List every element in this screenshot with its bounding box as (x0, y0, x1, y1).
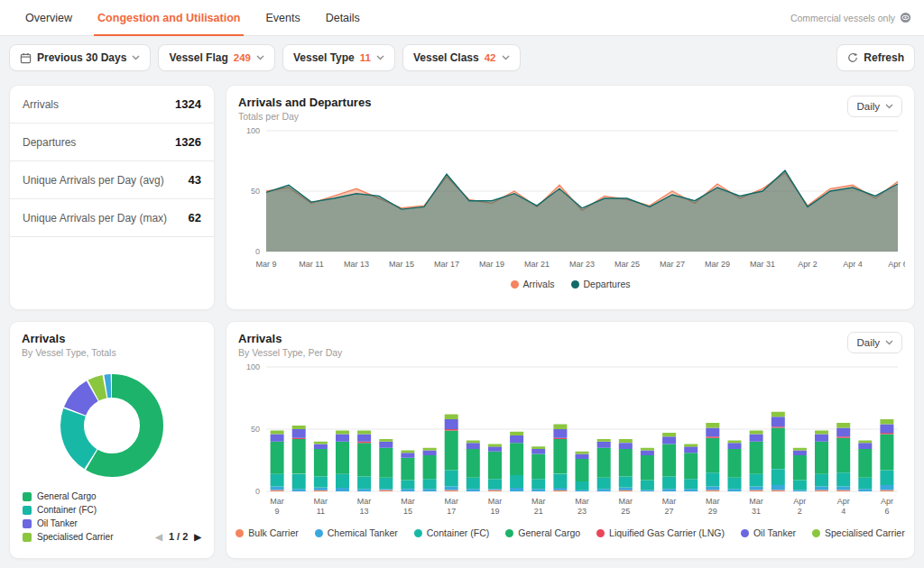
top-nav: Overview Congestion and Utilisation Even… (0, 0, 924, 36)
vessel-type-filter[interactable]: Vessel Type 11 (282, 44, 395, 71)
interval-select[interactable]: Daily (847, 96, 902, 117)
svg-text:Mar31: Mar31 (749, 497, 763, 516)
stat-value: 1326 (175, 135, 201, 149)
chevron-down-icon (502, 55, 510, 60)
refresh-button[interactable]: Refresh (836, 44, 915, 71)
donut-pager: ◀ 1 / 2 ▶ (155, 531, 201, 542)
card-subtitle: By Vessel Type, Totals (22, 347, 116, 358)
tab-congestion-and-utilisation[interactable]: Congestion and Utilisation (85, 0, 253, 35)
date-range-filter[interactable]: Previous 30 Days (9, 44, 151, 71)
legend-item: Bulk Carrier (236, 527, 298, 538)
tab-events[interactable]: Events (253, 0, 312, 35)
card-subtitle: By Vessel Type, Per Day (238, 347, 342, 358)
legend-swatch (23, 519, 32, 528)
arrivals-departures-card: Arrivals and Departures Totals per Day D… (226, 85, 915, 310)
svg-text:Mar23: Mar23 (575, 497, 589, 516)
stat-unique-arrivals-avg: Unique Arrivals per Day (avg) 43 (10, 161, 214, 199)
svg-text:Mar 17: Mar 17 (434, 260, 459, 269)
vessel-type-count-badge: 11 (360, 52, 371, 63)
legend-item: Oil Tanker (23, 518, 113, 528)
arrivals-by-type-card: Arrivals By Vessel Type, Per Day Daily 0… (226, 321, 915, 559)
svg-text:Mar21: Mar21 (531, 497, 546, 516)
pager-label: 1 / 2 (169, 531, 188, 542)
svg-text:Mar11: Mar11 (314, 497, 328, 516)
svg-text:Mar15: Mar15 (401, 497, 415, 516)
svg-text:Mar 11: Mar 11 (299, 260, 323, 269)
interval-label: Daily (856, 101, 880, 112)
svg-text:Mar29: Mar29 (706, 497, 720, 516)
summary-stats-card: Arrivals 1324 Departures 1326 Unique Arr… (9, 85, 215, 310)
svg-text:50: 50 (251, 425, 260, 434)
legend-label: Chemical Tanker (328, 527, 398, 538)
svg-text:Mar17: Mar17 (444, 497, 458, 516)
legend-swatch (741, 529, 749, 537)
svg-text:Mar 29: Mar 29 (705, 260, 730, 269)
filter-bar: Previous 30 Days Vessel Flag 249 Vessel … (0, 36, 924, 79)
svg-text:Mar13: Mar13 (357, 497, 372, 516)
legend-item: Container (FC) (23, 505, 113, 515)
refresh-icon (847, 52, 858, 63)
stat-label: Departures (23, 136, 76, 149)
donut-chart (10, 360, 214, 490)
svg-text:Apr2: Apr2 (793, 497, 806, 516)
tab-bar: Overview Congestion and Utilisation Even… (13, 0, 373, 35)
svg-text:Apr6: Apr6 (881, 497, 893, 516)
legend-label: Oil Tanker (37, 518, 78, 528)
stat-unique-arrivals-max: Unique Arrivals per Day (max) 62 (10, 199, 214, 237)
legend-item: Chemical Tanker (315, 527, 398, 538)
svg-text:Mar 23: Mar 23 (569, 260, 595, 269)
svg-text:Mar25: Mar25 (619, 497, 633, 516)
legend-label: General Cargo (37, 491, 97, 501)
legend-label: Arrivals (523, 279, 555, 289)
stat-value: 1324 (175, 97, 201, 111)
svg-text:0: 0 (255, 247, 260, 256)
vessel-flag-label: Vessel Flag (169, 51, 227, 64)
svg-text:Mar 31: Mar 31 (750, 260, 775, 269)
stat-departures: Departures 1326 (10, 124, 214, 161)
calendar-icon (20, 52, 32, 64)
chevron-down-icon (885, 104, 893, 109)
legend-item: Departures (571, 279, 631, 289)
svg-text:Apr 2: Apr 2 (798, 260, 818, 269)
legend-label: Departures (584, 279, 631, 289)
pager-next-icon[interactable]: ▶ (194, 532, 201, 542)
chevron-down-icon (132, 55, 140, 60)
tab-overview[interactable]: Overview (13, 0, 85, 35)
legend-item: General Cargo (505, 527, 580, 538)
stat-value: 43 (189, 173, 201, 187)
commercial-vessels-label: Commercial vessels only (790, 13, 895, 23)
tab-details[interactable]: Details (313, 0, 373, 35)
legend-item: Container (FC) (414, 527, 489, 538)
eye-icon (900, 12, 911, 23)
legend-swatch (596, 529, 605, 537)
legend-item: Specialised Carrier (23, 532, 113, 542)
legend-swatch (571, 280, 579, 289)
svg-text:Mar 15: Mar 15 (389, 260, 414, 269)
chevron-down-icon (885, 340, 893, 345)
legend-item: Oil Tanker (741, 527, 796, 538)
date-range-label: Previous 30 Days (37, 51, 126, 64)
vessel-flag-filter[interactable]: Vessel Flag 249 (158, 44, 275, 71)
svg-text:50: 50 (251, 187, 260, 196)
vessel-class-filter[interactable]: Vessel Class 42 (402, 44, 521, 71)
legend-swatch (315, 529, 323, 537)
svg-text:Mar 13: Mar 13 (344, 260, 369, 269)
interval-select[interactable]: Daily (847, 332, 902, 353)
svg-text:Mar27: Mar27 (662, 497, 677, 516)
card-title: Arrivals and Departures (238, 96, 371, 109)
area-legend: ArrivalsDepartures (226, 277, 914, 289)
legend-swatch (505, 529, 513, 537)
pager-prev-icon[interactable]: ◀ (155, 532, 162, 542)
legend-item: Specialised Carrier (812, 527, 905, 538)
interval-label: Daily (856, 337, 880, 348)
card-title: Arrivals (238, 332, 342, 345)
svg-text:Apr 4: Apr 4 (843, 260, 863, 269)
stat-arrivals: Arrivals 1324 (10, 86, 214, 124)
area-chart: 050100Mar 9Mar 11Mar 13Mar 15Mar 17Mar 1… (226, 124, 914, 277)
stat-value: 62 (189, 211, 201, 224)
legend-swatch (414, 529, 422, 537)
svg-text:Mar9: Mar9 (270, 497, 284, 516)
legend-label: Specialised Carrier (37, 532, 113, 542)
svg-text:Apr 6: Apr 6 (888, 260, 905, 269)
chevron-down-icon (376, 55, 384, 60)
